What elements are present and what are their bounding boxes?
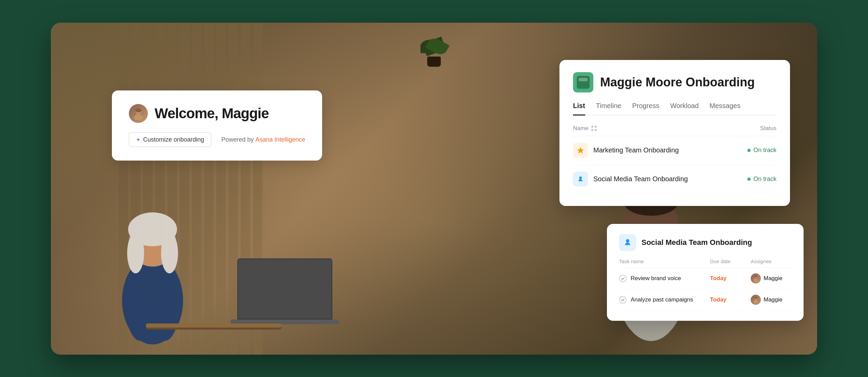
task-row: Analyze past campaigns Today Maggie xyxy=(619,289,791,311)
task-table-header: Task name Due date Assignee xyxy=(619,258,791,268)
status-badge-social: On track xyxy=(747,175,776,183)
task-assignee-name-0: Maggie xyxy=(764,275,783,282)
svg-point-13 xyxy=(134,114,143,120)
row-name-social: Social Media Team Onboarding xyxy=(593,175,688,183)
col-task-name: Task name xyxy=(619,258,710,264)
table-header: Name Status xyxy=(573,125,776,136)
task-card-icon xyxy=(619,234,636,251)
table-header-name: Name xyxy=(573,125,597,132)
welcome-header: Welcome, Maggie xyxy=(129,104,305,123)
table-row: Social Media Team Onboarding On track xyxy=(573,165,776,194)
task-name-0: Review brand voice xyxy=(631,275,681,282)
main-container: Welcome, Maggie ✦ Customize onboarding P… xyxy=(51,23,817,355)
row-icon-marketing xyxy=(573,143,588,158)
svg-rect-18 xyxy=(595,129,597,131)
task-due-0: Today xyxy=(710,275,751,282)
task-icon xyxy=(623,237,633,248)
assignee-avatar-0 xyxy=(751,273,761,284)
svg-point-26 xyxy=(753,300,758,303)
tab-timeline[interactable]: Timeline xyxy=(596,102,622,116)
svg-rect-15 xyxy=(591,126,593,128)
task-assignee-1: Maggie xyxy=(751,295,791,305)
powered-by-label: Powered by xyxy=(221,136,254,143)
task-detail-card: Social Media Team Onboarding Task name D… xyxy=(607,224,804,321)
col-status-label: Status xyxy=(760,125,776,132)
task-card-header: Social Media Team Onboarding xyxy=(619,234,791,251)
project-tabs: List Timeline Progress Workload Messages xyxy=(573,102,776,116)
task-row: Review brand voice Today Maggie xyxy=(619,268,791,289)
star-icon xyxy=(576,146,585,154)
welcome-footer: ✦ Customize onboarding Powered by Asana … xyxy=(129,132,305,147)
table-row: Marketing Team Onboarding On track xyxy=(573,136,776,165)
tab-messages[interactable]: Messages xyxy=(710,102,741,116)
task-assignee-name-1: Maggie xyxy=(764,296,783,303)
status-text-marketing: On track xyxy=(753,147,776,154)
assignee-avatar-1 xyxy=(751,295,761,305)
task-row-name: Analyze past campaigns xyxy=(619,296,710,303)
grid-icon xyxy=(591,125,597,131)
customize-btn-label: Customize onboarding xyxy=(143,136,204,143)
task-due-1: Today xyxy=(710,296,751,303)
project-icon xyxy=(573,72,593,92)
welcome-card: Welcome, Maggie ✦ Customize onboarding P… xyxy=(112,90,322,161)
status-badge-marketing: On track xyxy=(747,147,776,154)
welcome-title: Welcome, Maggie xyxy=(155,105,269,122)
status-text-social: On track xyxy=(753,175,776,183)
svg-point-21 xyxy=(626,239,629,243)
svg-point-24 xyxy=(754,275,757,277)
task-card-title: Social Media Team Onboarding xyxy=(642,238,752,247)
user-avatar xyxy=(129,104,148,123)
svg-point-27 xyxy=(754,297,757,299)
svg-rect-16 xyxy=(595,126,597,128)
check-icon[interactable] xyxy=(619,275,627,282)
project-title: Maggie Moore Onboarding xyxy=(600,75,755,89)
status-dot xyxy=(747,177,751,181)
svg-point-20 xyxy=(579,176,582,179)
task-assignee-0: Maggie xyxy=(751,273,791,284)
tab-workload[interactable]: Workload xyxy=(670,102,698,116)
customize-onboarding-button[interactable]: ✦ Customize onboarding xyxy=(129,132,211,147)
row-name-marketing: Marketing Team Onboarding xyxy=(593,146,679,154)
powered-by-text: Powered by Asana Intelligence xyxy=(221,136,305,143)
svg-point-14 xyxy=(135,108,141,112)
status-dot xyxy=(747,149,751,152)
col-assignee: Assignee xyxy=(751,258,791,264)
project-card: Maggie Moore Onboarding List Timeline Pr… xyxy=(559,60,790,206)
tab-list[interactable]: List xyxy=(573,102,585,116)
svg-point-23 xyxy=(753,279,758,282)
task-row-name: Review brand voice xyxy=(619,275,710,282)
check-icon[interactable] xyxy=(619,296,627,303)
task-name-1: Analyze past campaigns xyxy=(631,296,693,303)
table-row-left: Marketing Team Onboarding xyxy=(573,143,679,158)
tab-progress[interactable]: Progress xyxy=(632,102,659,116)
row-icon-social xyxy=(573,172,588,187)
social-icon xyxy=(576,175,585,183)
asana-intelligence-link[interactable]: Asana Intelligence xyxy=(255,136,305,143)
svg-marker-19 xyxy=(577,147,584,153)
scene-table xyxy=(146,323,281,328)
col-name-label: Name xyxy=(573,125,588,132)
table-row-left: Social Media Team Onboarding xyxy=(573,172,688,187)
svg-rect-17 xyxy=(591,129,593,131)
sparkle-icon: ✦ xyxy=(136,137,140,143)
laptop xyxy=(237,258,332,324)
col-due-date: Due date xyxy=(710,258,751,264)
project-header: Maggie Moore Onboarding xyxy=(573,72,776,92)
